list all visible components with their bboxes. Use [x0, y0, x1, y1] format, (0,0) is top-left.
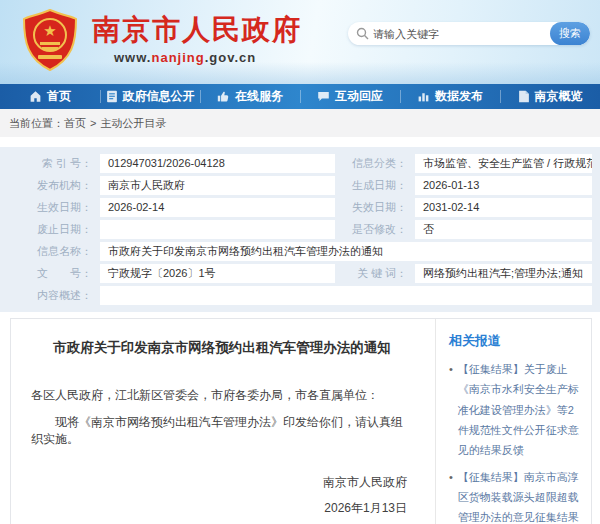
meta-value-index: 012947031/2026-04128: [100, 154, 335, 173]
meta-value-modified: 否: [415, 220, 592, 239]
svg-text:★: ★: [43, 22, 56, 39]
document-salutation: 各区人民政府，江北新区管委会，市府各委办局，市各直属单位：: [31, 387, 413, 404]
meta-label-title: 信息名称：: [0, 242, 100, 261]
document-body: 市政府关于印发南京市网络预约出租汽车管理办法的通知 各区人民政府，江北新区管委会…: [11, 319, 435, 524]
document-paragraph: 现将《南京市网络预约出租汽车管理办法》印发给你们，请认真组织实施。: [31, 414, 413, 448]
meta-value-title: 市政府关于印发南京市网络预约出租汽车管理办法的通知: [100, 242, 592, 261]
breadcrumb-separator: >: [90, 117, 96, 129]
site-header: ★ 南京市人民政府 www.nanjing.gov.cn 搜索: [0, 0, 600, 84]
site-brand[interactable]: ★ 南京市人民政府 www.nanjing.gov.cn: [22, 9, 302, 71]
meta-label-summary: 内容概述：: [0, 286, 100, 305]
info-doc-icon: [106, 90, 118, 103]
meta-label-doc-number: 文 号：: [0, 264, 100, 283]
home-icon: [29, 90, 42, 103]
meta-label-expiry-date: 失效日期：: [335, 198, 415, 217]
bullet-icon: •: [449, 467, 453, 524]
meta-label-created-date: 生成日期：: [335, 176, 415, 195]
breadcrumb-home-link[interactable]: 首页: [64, 117, 86, 129]
document-metadata-panel: 索 引 号： 012947031/2026-04128 信息分类： 市场监管、安…: [0, 147, 600, 312]
meta-label-index: 索 引 号：: [0, 154, 100, 173]
chat-bubble-icon: [317, 90, 330, 103]
file-icon: [518, 90, 530, 103]
related-reports-list: • 【征集结果】关于废止《南京市水利安全生产标准化建设管理办法》等2件规范性文件…: [449, 359, 583, 524]
nav-label: 首页: [47, 88, 71, 105]
nav-item-overview[interactable]: 南京概览: [500, 84, 600, 109]
meta-value-abolish-date: [100, 220, 335, 239]
url-suffix: .gov.cn: [205, 50, 257, 65]
meta-value-expiry-date: 2031-02-14: [415, 198, 592, 217]
meta-label-keywords: 关 键 词：: [335, 264, 415, 283]
content-card: 市政府关于印发南京市网络预约出租汽车管理办法的通知 各区人民政府，江北新区管委会…: [10, 318, 592, 524]
related-reports-heading: 相关报道: [449, 332, 583, 350]
breadcrumb: 当前位置：首页>主动公开目录: [0, 109, 600, 137]
nav-label: 互动回应: [335, 88, 383, 105]
related-report-link[interactable]: • 【征集结果】关于废止《南京市水利安全生产标准化建设管理办法》等2件规范性文件…: [449, 359, 583, 461]
related-report-text: 【征集结果】南京市高淳区货物装载源头超限超载管理办法的意见征集结果反馈: [458, 467, 583, 524]
meta-label-modified: 是否修改：: [335, 220, 415, 239]
site-title: 南京市人民政府: [92, 15, 302, 46]
meta-value-issuer: 南京市人民政府: [100, 176, 335, 195]
site-url: www.nanjing.gov.cn: [114, 50, 302, 65]
main-nav: 首页 政府信息公开 在线服务 互动回应 数据发布 南京概览: [0, 84, 600, 109]
thumb-up-icon: [217, 90, 230, 103]
nav-item-online-service[interactable]: 在线服务: [200, 84, 300, 109]
nav-item-interaction[interactable]: 互动回应: [300, 84, 400, 109]
sidebar: 相关报道 • 【征集结果】关于废止《南京市水利安全生产标准化建设管理办法》等2件…: [435, 319, 591, 524]
document-sign-date: 2026年1月13日: [31, 500, 413, 517]
search-bar: 搜索: [348, 22, 590, 45]
meta-label-issuer: 发布机构：: [0, 176, 100, 195]
url-highlight: nanjing: [151, 50, 204, 65]
url-prefix: www.: [114, 50, 151, 65]
nav-label: 在线服务: [235, 88, 283, 105]
nav-label: 政府信息公开: [123, 88, 195, 105]
logo-text: 南京市人民政府 www.nanjing.gov.cn: [92, 15, 302, 65]
meta-value-keywords: 网络预约出租汽车;管理办法;通知: [415, 264, 592, 283]
meta-value-doc-number: 宁政规字〔2026〕1号: [100, 264, 335, 283]
nav-item-data[interactable]: 数据发布: [400, 84, 500, 109]
nav-item-gov-info[interactable]: 政府信息公开: [100, 84, 200, 109]
bar-chart-icon: [417, 90, 430, 103]
meta-value-effective-date: 2026-02-14: [100, 198, 335, 217]
document-signer: 南京市人民政府: [31, 474, 413, 491]
breadcrumb-prefix: 当前位置：: [9, 117, 64, 129]
search-icon: [356, 27, 369, 40]
search-button[interactable]: 搜索: [550, 22, 590, 45]
metadata-grid: 索 引 号： 012947031/2026-04128 信息分类： 市场监管、安…: [0, 154, 592, 305]
bullet-icon: •: [449, 359, 453, 461]
meta-value-category: 市场监管、安全生产监管 / 行政规范性文件 / 通知: [415, 154, 592, 173]
breadcrumb-current: 主动公开目录: [100, 117, 166, 129]
related-report-text: 【征集结果】关于废止《南京市水利安全生产标准化建设管理办法》等2件规范性文件公开…: [458, 359, 583, 461]
meta-value-created-date: 2026-01-13: [415, 176, 592, 195]
meta-label-category: 信息分类：: [335, 154, 415, 173]
document-title: 市政府关于印发南京市网络预约出租汽车管理办法的通知: [31, 339, 413, 357]
national-emblem-icon: ★: [22, 9, 78, 71]
meta-label-abolish-date: 废止日期：: [0, 220, 100, 239]
nav-item-home[interactable]: 首页: [0, 84, 100, 109]
nav-label: 南京概览: [535, 88, 583, 105]
meta-label-effective-date: 生效日期：: [0, 198, 100, 217]
search-input[interactable]: [373, 28, 550, 40]
nav-label: 数据发布: [435, 88, 483, 105]
related-report-link[interactable]: • 【征集结果】南京市高淳区货物装载源头超限超载管理办法的意见征集结果反馈: [449, 467, 583, 524]
meta-value-summary: [100, 286, 592, 305]
